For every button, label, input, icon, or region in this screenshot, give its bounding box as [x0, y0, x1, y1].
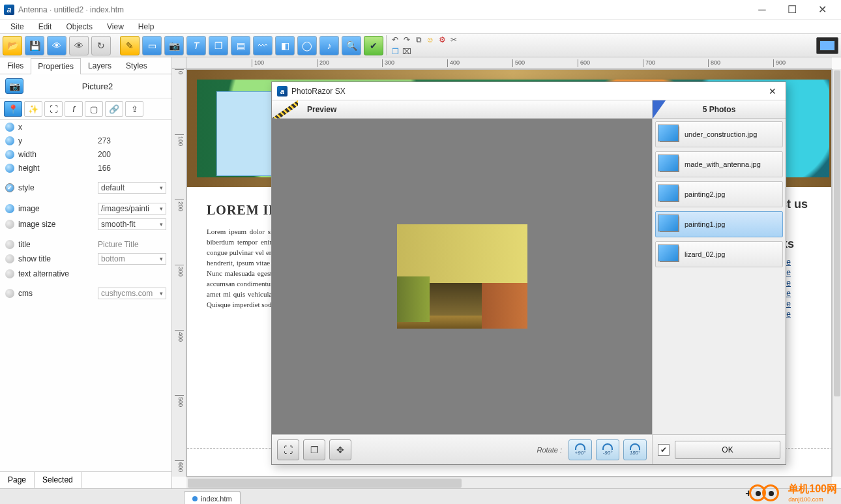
photo-item[interactable]: lizard_02.jpg: [655, 241, 783, 267]
prop-image-value[interactable]: /images/painti: [98, 203, 166, 215]
prop-width-value[interactable]: 200: [98, 150, 166, 159]
maximize-button[interactable]: ☐: [777, 0, 807, 20]
app-icon: a: [4, 5, 14, 15]
tab-styles[interactable]: Styles: [119, 57, 155, 74]
rotate-minus90-button[interactable]: -90°: [596, 439, 619, 460]
menu-objects[interactable]: Objects: [59, 21, 99, 33]
rectangle-tool-button[interactable]: ▭: [142, 36, 162, 55]
position-tab-icon[interactable]: 📍: [4, 101, 22, 117]
smile-icon[interactable]: ☺: [426, 35, 435, 44]
tab-page[interactable]: Page: [0, 472, 34, 488]
preview-toolbar: ⛶ ❐ ✥ Rotate : +90° -90° 180°: [272, 434, 652, 464]
tab-selected[interactable]: Selected: [34, 471, 81, 488]
prop-cms-value[interactable]: cushycms.com: [98, 288, 166, 299]
cut-icon[interactable]: ✂: [449, 35, 458, 44]
check-tool-button[interactable]: ✔: [364, 36, 383, 55]
ok-button[interactable]: OK: [675, 441, 780, 459]
crop-tab-icon[interactable]: ⛶: [44, 101, 63, 117]
ruler-tick: 300: [175, 265, 184, 276]
dialog-titlebar[interactable]: a PhotoRazor SX ✕: [272, 82, 786, 100]
export-tab-icon[interactable]: ⇪: [125, 101, 143, 117]
wand-tab-icon[interactable]: ✨: [24, 101, 42, 117]
property-category-row: 📍 ✨ ⛶ f ▢ 🔗 ⇪: [0, 98, 171, 120]
zoom-tool-button[interactable]: 🔍: [342, 36, 361, 55]
rotate-plus90-button[interactable]: +90°: [568, 439, 592, 460]
undo-icon[interactable]: ↶: [391, 35, 400, 44]
tab-properties[interactable]: Properties: [31, 58, 81, 74]
dialog-close-button[interactable]: ✕: [765, 86, 780, 96]
prop-width-label: width: [18, 150, 98, 159]
photo-thumb-icon: [660, 186, 679, 202]
close-button[interactable]: ✕: [807, 0, 837, 20]
image-tool-button[interactable]: 📷: [164, 36, 184, 55]
prop-style-value[interactable]: default: [98, 182, 166, 194]
dialog-app-icon: a: [277, 86, 288, 96]
picture-icon: 📷: [5, 78, 23, 94]
window-titlebar: a Antenna · untitled2 · index.htm ─ ☐ ✕: [0, 0, 841, 20]
media-tool-button[interactable]: ♪: [319, 36, 339, 55]
menu-site[interactable]: Site: [4, 21, 31, 33]
ruler-tick: 900: [773, 59, 786, 67]
prop-title-value[interactable]: Picture Title: [98, 240, 166, 249]
properties-list: x y273 width200 height166 ✔styledefault …: [0, 120, 171, 471]
actual-size-button[interactable]: ❐: [303, 439, 325, 460]
text-tool-button[interactable]: T: [186, 36, 206, 55]
eye-grey-button[interactable]: 👁: [69, 36, 89, 55]
display-toggle-button[interactable]: [816, 37, 838, 54]
horizontal-scrollbar[interactable]: [186, 477, 832, 488]
prop-height-value[interactable]: 166: [98, 164, 166, 173]
layers-tool-button[interactable]: ❐: [209, 36, 228, 55]
prop-y-value[interactable]: 273: [98, 136, 166, 145]
photo-item-selected[interactable]: painting1.jpg: [655, 211, 783, 237]
tab-files[interactable]: Files: [0, 57, 31, 74]
tab-layers[interactable]: Layers: [81, 57, 119, 74]
duplicate-icon[interactable]: ⌧: [402, 47, 411, 56]
open-button[interactable]: 📂: [3, 36, 22, 55]
line-tool-button[interactable]: 〰: [253, 36, 273, 55]
ruler-tick: 600: [578, 59, 590, 67]
prop-imgsize-value[interactable]: smooth-fit: [98, 218, 166, 230]
mini-tools: ↶ ↷ ⧉ ☺ ⚙ ✂ ❐ ⌧: [386, 35, 471, 55]
doc-tab-dot-icon: [192, 496, 198, 501]
refresh-button[interactable]: ↻: [91, 36, 111, 55]
minimize-button[interactable]: ─: [747, 0, 777, 20]
ellipse-tool-button[interactable]: ◯: [297, 36, 317, 55]
document-tab-strip: index.htm: [0, 488, 841, 504]
photo-item[interactable]: painting2.jpg: [655, 181, 783, 207]
shape-tab-icon[interactable]: ▢: [85, 101, 103, 117]
paste-icon[interactable]: ❐: [391, 47, 400, 56]
window-title: Antenna · untitled2 · index.htm: [18, 5, 747, 14]
confirm-checkbox[interactable]: ✔: [658, 444, 670, 456]
preview-button[interactable]: 👁: [47, 36, 66, 55]
document-tab[interactable]: index.htm: [184, 491, 241, 504]
fx-tab-icon[interactable]: f: [65, 101, 83, 117]
gradient-tool-button[interactable]: ◧: [275, 36, 295, 55]
dialog-photo-list-pane: 5 Photos under_construction.jpg made_wit…: [653, 100, 786, 464]
edit-tool-button[interactable]: ✎: [120, 36, 140, 55]
preview-header: Preview: [272, 100, 652, 119]
prop-cms-label: cms: [18, 289, 98, 298]
menu-help[interactable]: Help: [132, 21, 161, 33]
menu-view[interactable]: View: [100, 21, 130, 33]
main-toolbar: 📂 💾 👁 👁 ↻ ✎ ▭ 📷 T ❐ ▤ 〰 ◧ ◯ ♪ 🔍 ✔ ↶ ↷ ⧉ …: [0, 34, 841, 57]
photo-item[interactable]: under_construction.jpg: [655, 121, 783, 147]
ruler-tick: 200: [175, 200, 184, 211]
object-name: Picture2: [29, 82, 166, 91]
link-icon[interactable]: ⚙: [437, 35, 447, 44]
menu-edit[interactable]: Edit: [32, 21, 59, 33]
link-tab-icon[interactable]: 🔗: [105, 101, 123, 117]
fullscreen-button[interactable]: ✥: [329, 439, 351, 460]
prop-height-label: height: [18, 164, 98, 173]
rotate-180-button[interactable]: 180°: [623, 439, 647, 460]
prop-showtitle-value[interactable]: bottom: [98, 253, 166, 265]
prop-imgsize-label: image size: [18, 220, 98, 229]
redo-icon[interactable]: ↷: [402, 35, 411, 44]
copy-icon[interactable]: ⧉: [414, 35, 423, 44]
photo-item[interactable]: made_with_antenna.jpg: [655, 151, 783, 177]
photo-item-label: painting2.jpg: [685, 190, 725, 198]
fit-button[interactable]: ⛶: [277, 439, 299, 460]
form-tool-button[interactable]: ▤: [231, 36, 250, 55]
save-button[interactable]: 💾: [25, 36, 44, 55]
preview-image: [397, 224, 527, 329]
vertical-scrollbar[interactable]: [832, 69, 841, 477]
